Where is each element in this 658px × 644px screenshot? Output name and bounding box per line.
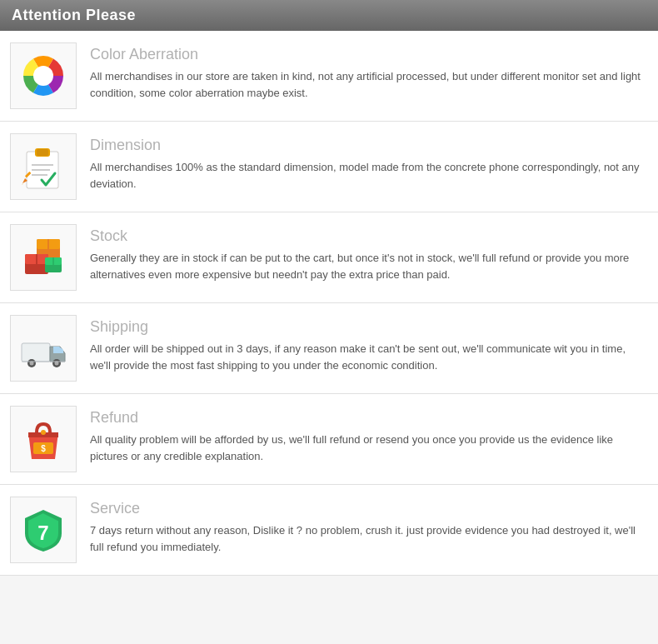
dimension-content: Dimension All merchandises 100% as the s… [90,133,648,192]
refund-desc: All quality problem will be afforded by … [90,432,648,465]
dimension-desc: All merchandises 100% as the standard di… [90,159,648,192]
shipping-content: Shipping All order will be shipped out i… [90,315,648,374]
item-row: $ Refund All quality problem will be aff… [0,394,658,485]
refund-content: Refund All quality problem will be affor… [90,406,648,465]
stock-desc: Generally they are in stock if can be pu… [90,250,648,283]
item-row: Stock Generally they are in stock if can… [0,212,658,303]
svg-rect-5 [37,149,48,156]
dimension-icon [10,133,77,200]
stock-content: Stock Generally they are in stock if can… [90,224,648,283]
item-row: 7 Service 7 days return without any reas… [0,485,658,576]
svg-rect-21 [22,343,50,362]
svg-text:$: $ [41,444,46,453]
shipping-title: Shipping [90,318,648,336]
color-aberration-desc: All merchandises in our store are taken … [90,68,648,102]
svg-text:7: 7 [37,522,48,544]
color-aberration-icon [10,42,77,109]
service-content: Service 7 days return without any reason… [90,497,648,556]
service-icon: 7 [10,497,77,563]
service-title: Service [90,500,648,517]
shipping-desc: All order will be shipped out in 3 days,… [90,341,648,374]
header: Attention Please [0,0,658,31]
color-aberration-title: Color Aberration [90,46,648,63]
svg-point-1 [33,66,53,86]
svg-point-29 [41,430,46,435]
header-title: Attention Please [12,7,136,23]
item-row: Shipping All order will be shipped out i… [0,303,658,394]
item-row: Color Aberration All merchandises in our… [0,31,658,122]
shipping-icon [10,315,77,382]
items-container: Color Aberration All merchandises in our… [0,31,658,576]
service-desc: 7 days return without any reason, Dislik… [90,522,648,556]
refund-title: Refund [90,409,648,427]
svg-marker-11 [22,183,23,185]
item-row: Dimension All merchandises 100% as the s… [0,122,658,212]
dimension-title: Dimension [90,137,648,154]
stock-title: Stock [90,227,648,245]
refund-icon: $ [10,406,77,472]
color-aberration-content: Color Aberration All merchandises in our… [90,42,648,102]
stock-icon [10,224,77,291]
